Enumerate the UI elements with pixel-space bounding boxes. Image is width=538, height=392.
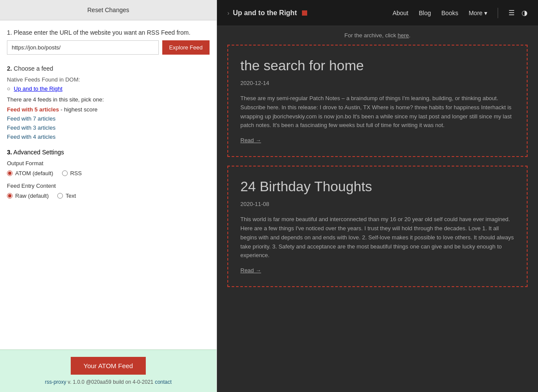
- contact-link[interactable]: contact: [155, 379, 172, 385]
- output-format-label: Output Format: [7, 160, 210, 167]
- atom-feed-button[interactable]: Your ATOM Feed: [71, 357, 146, 375]
- site-arrow-icon: ›: [227, 10, 230, 16]
- article-card: the search for home2020-12-14These are m…: [227, 45, 528, 157]
- nav-link-blog[interactable]: Blog: [419, 10, 431, 16]
- archive-link[interactable]: here: [398, 32, 409, 39]
- format-option-rss[interactable]: RSS: [62, 170, 82, 176]
- feed-link[interactable]: Feed with 7 articles: [7, 115, 56, 122]
- left-content: 1. Please enter the URL of the website y…: [0, 20, 217, 350]
- article-excerpt: This world is far more beautiful and int…: [240, 215, 515, 260]
- output-format-options: ATOM (default)RSS: [7, 170, 210, 176]
- nav-link-more[interactable]: More ▾: [469, 10, 487, 16]
- entry-content-options: Raw (default)Text: [7, 193, 210, 199]
- pick-label: There are 4 feeds in this site, pick one…: [7, 96, 210, 103]
- entry-content-label: Feed Entry Content: [7, 183, 210, 189]
- step2-header: 2. Choose a feed: [7, 65, 210, 72]
- feed-list-item: Feed with 3 articles: [7, 124, 210, 131]
- step3-header: 3. Advanced Settings: [7, 149, 210, 156]
- read-more-link[interactable]: Read →: [240, 137, 261, 144]
- format-option-label: RSS: [70, 170, 82, 176]
- nav-link-about[interactable]: About: [393, 10, 409, 16]
- format-radio-rss[interactable]: [62, 170, 68, 176]
- right-panel: › Up and to the Right AboutBlogBooksMore…: [217, 0, 538, 392]
- archive-text: For the archive, click: [344, 32, 396, 39]
- left-panel: Reset Changes 1. Please enter the URL of…: [0, 0, 217, 392]
- article-title: 24 Birthday Thoughts: [240, 179, 515, 195]
- site-header: › Up and to the Right AboutBlogBooksMore…: [217, 0, 538, 26]
- article-date: 2020-11-08: [240, 201, 515, 207]
- native-feed-item: Up and to the Right: [7, 85, 210, 92]
- archive-bar: For the archive, click here.: [217, 26, 538, 45]
- format-option-atom[interactable]: ATOM (default): [7, 170, 53, 176]
- article-excerpt: These are my semi-regular Patch Notes – …: [240, 94, 515, 130]
- nav-link-books[interactable]: Books: [441, 10, 458, 16]
- step3-section: 3. Advanced Settings Output Format ATOM …: [7, 149, 210, 199]
- rss-proxy-link[interactable]: rss-proxy: [45, 379, 66, 385]
- feed-list-item: Feed with 4 articles: [7, 134, 210, 140]
- read-more-link[interactable]: Read →: [240, 267, 261, 274]
- bottom-bar: Your ATOM Feed rss-proxy v. 1.0.0 @020aa…: [0, 350, 217, 392]
- content-option-label: Raw (default): [15, 193, 49, 199]
- content-option-text[interactable]: Text: [57, 193, 76, 199]
- format-option-label: ATOM (default): [15, 170, 53, 176]
- content-radio-raw[interactable]: [7, 193, 13, 199]
- content-radio-text[interactable]: [57, 193, 63, 199]
- step1-header: 1. Please enter the URL of the website y…: [7, 29, 210, 36]
- article-date: 2020-12-14: [240, 80, 515, 86]
- feed-link[interactable]: Feed with 3 articles: [7, 124, 56, 131]
- articles-area: the search for home2020-12-14These are m…: [217, 45, 538, 306]
- feed-link[interactable]: Feed with 4 articles: [7, 134, 56, 140]
- feed-badge: - highest score: [59, 106, 98, 113]
- content-option-raw[interactable]: Raw (default): [7, 193, 49, 199]
- format-radio-atom[interactable]: [7, 170, 13, 176]
- feed-list: Feed with 5 articles - highest scoreFeed…: [7, 106, 210, 140]
- article-title: the search for home: [240, 58, 515, 74]
- reset-bar: Reset Changes: [0, 0, 217, 20]
- nav-divider: [498, 8, 498, 18]
- article-card: 24 Birthday Thoughts2020-11-08This world…: [227, 166, 528, 287]
- site-icon: [302, 10, 307, 16]
- step2-section: 2. Choose a feed Native Feeds Found in D…: [7, 65, 210, 140]
- feed-list-item: Feed with 5 articles - highest score: [7, 106, 210, 113]
- theme-toggle-icon[interactable]: ◑: [522, 9, 528, 17]
- nav-links: AboutBlogBooksMore ▾: [393, 10, 487, 16]
- native-feed-link[interactable]: Up and to the Right: [14, 85, 62, 92]
- explore-feed-button[interactable]: Explore Feed: [162, 40, 210, 55]
- site-title: Up and to the Right: [233, 9, 297, 17]
- version-text: v. 1.0.0 @020aa59 build on 4-0-2021: [68, 379, 153, 385]
- native-feeds-label: Native Feeds Found in DOM:: [7, 76, 210, 83]
- site-title-group: › Up and to the Right: [227, 9, 307, 17]
- feed-list-item: Feed with 7 articles: [7, 115, 210, 122]
- content-option-label: Text: [66, 193, 76, 199]
- url-input[interactable]: [7, 40, 159, 55]
- version-line: rss-proxy v. 1.0.0 @020aa59 build on 4-0…: [7, 379, 210, 385]
- reset-changes-button[interactable]: Reset Changes: [87, 7, 129, 13]
- feed-link[interactable]: Feed with 5 articles: [7, 106, 59, 113]
- url-row: Explore Feed: [7, 40, 210, 55]
- hamburger-icon[interactable]: ☰: [508, 9, 515, 17]
